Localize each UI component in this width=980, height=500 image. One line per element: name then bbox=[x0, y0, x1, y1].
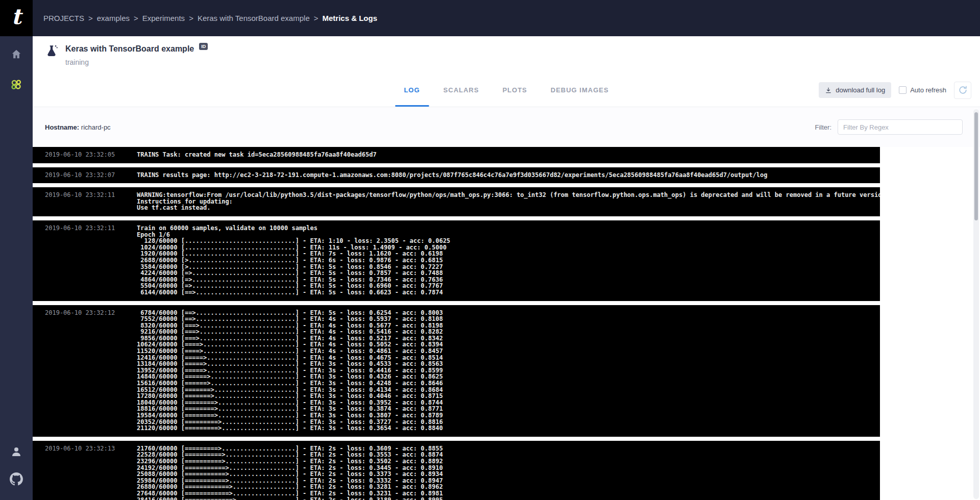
experiment-title: Keras with TensorBoard example bbox=[65, 44, 194, 54]
tabs: LOG SCALARS PLOTS DEBUG IMAGES bbox=[404, 73, 608, 107]
log-text: 6784/60000 [==>.........................… bbox=[137, 305, 880, 437]
profile-icon[interactable] bbox=[9, 444, 24, 459]
experiment-flask-icon bbox=[45, 44, 58, 60]
log-timestamp: 2019-06-10 23:32:11 bbox=[33, 187, 137, 216]
log-text: Train on 60000 samples, validate on 1000… bbox=[137, 220, 880, 301]
github-icon[interactable] bbox=[9, 471, 24, 487]
logo-letter: t bbox=[11, 6, 21, 31]
scrollbar-track[interactable] bbox=[973, 109, 979, 499]
tabs-row: LOG SCALARS PLOTS DEBUG IMAGES download … bbox=[33, 73, 980, 107]
github-icon-glyph bbox=[10, 472, 23, 486]
experiment-id-badge[interactable]: ID bbox=[199, 43, 208, 50]
top-bar: PROJECTS > examples > Experiments > Kera… bbox=[33, 0, 980, 36]
auto-refresh-control: Auto refresh bbox=[899, 86, 946, 94]
log-text: TRAINS Task: created new task id=5eca285… bbox=[137, 147, 880, 163]
breadcrumb-separator: > bbox=[88, 14, 93, 22]
main-content: Keras with TensorBoard example ID traini… bbox=[33, 36, 980, 500]
log-text: TRAINS results page: http://ec2-3-218-72… bbox=[137, 167, 880, 184]
home-icon[interactable] bbox=[9, 46, 24, 62]
breadcrumb-examples[interactable]: examples bbox=[97, 14, 130, 22]
profile-icon-glyph bbox=[10, 445, 22, 458]
trains-brain-glyph bbox=[10, 78, 23, 91]
hostname-value: richard-pc bbox=[81, 123, 111, 131]
log-timestamp: 2019-06-10 23:32:05 bbox=[33, 147, 137, 163]
log-text: 21760/60000 [=========>.................… bbox=[137, 441, 880, 500]
tab-scalars[interactable]: SCALARS bbox=[444, 73, 479, 107]
log-timestamp: 2019-06-10 23:32:07 bbox=[33, 167, 137, 184]
experiment-status: training bbox=[65, 58, 208, 66]
filter-label: Filter: bbox=[815, 123, 832, 131]
home-icon-glyph bbox=[11, 48, 22, 60]
log-row: 2019-06-10 23:32:12 6784/60000 [==>.....… bbox=[33, 305, 880, 437]
auto-refresh-label: Auto refresh bbox=[910, 86, 946, 94]
log-row: 2019-06-10 23:32:05 TRAINS Task: created… bbox=[33, 147, 880, 163]
tab-log[interactable]: LOG bbox=[404, 73, 420, 107]
log-timestamp: 2019-06-10 23:32:11 bbox=[33, 220, 137, 301]
sidebar-bottom bbox=[9, 444, 24, 487]
log-row: 2019-06-10 23:32:07 TRAINS results page:… bbox=[33, 167, 880, 184]
breadcrumb-projects[interactable]: PROJECTS bbox=[43, 14, 84, 22]
refresh-icon bbox=[958, 85, 968, 95]
experiment-titles: Keras with TensorBoard example ID traini… bbox=[65, 44, 208, 73]
filter-group: Filter: bbox=[815, 119, 963, 135]
breadcrumb-separator: > bbox=[189, 14, 193, 22]
hostname-label: Hostname: bbox=[45, 123, 79, 131]
log-row: 2019-06-10 23:32:13 21760/60000 [=======… bbox=[33, 441, 880, 500]
log-controls: download full log Auto refresh bbox=[819, 73, 971, 107]
log-row: 2019-06-10 23:32:11 WARNING:tensorflow:F… bbox=[33, 187, 880, 216]
breadcrumb-separator: > bbox=[314, 14, 318, 22]
log-console[interactable]: 2019-06-10 23:32:05 TRAINS Task: created… bbox=[33, 147, 880, 500]
breadcrumb-separator: > bbox=[134, 14, 138, 22]
tab-debug-images[interactable]: DEBUG IMAGES bbox=[551, 73, 609, 107]
log-info-row: Hostname: richard-pc Filter: bbox=[33, 107, 980, 147]
app-logo[interactable]: t bbox=[0, 0, 33, 36]
breadcrumb-experiments[interactable]: Experiments bbox=[142, 14, 185, 22]
experiment-header: Keras with TensorBoard example ID traini… bbox=[33, 36, 980, 73]
scrollbar-thumb[interactable] bbox=[974, 112, 978, 220]
breadcrumb: PROJECTS > examples > Experiments > Kera… bbox=[43, 14, 377, 22]
filter-regex-input[interactable] bbox=[838, 119, 963, 135]
refresh-button[interactable] bbox=[954, 82, 971, 99]
download-full-log-label: download full log bbox=[836, 86, 885, 94]
trains-brain-icon[interactable] bbox=[9, 77, 24, 92]
tab-plots[interactable]: PLOTS bbox=[502, 73, 527, 107]
hostname: Hostname: richard-pc bbox=[45, 123, 111, 131]
log-timestamp: 2019-06-10 23:32:12 bbox=[33, 305, 137, 437]
log-timestamp: 2019-06-10 23:32:13 bbox=[33, 441, 137, 500]
download-icon bbox=[825, 87, 832, 94]
sidebar bbox=[0, 36, 33, 500]
log-row: 2019-06-10 23:32:11 Train on 60000 sampl… bbox=[33, 220, 880, 301]
breadcrumb-experiment-name[interactable]: Keras with TensorBoard example bbox=[198, 14, 310, 22]
breadcrumb-current: Metrics & Logs bbox=[323, 14, 378, 22]
log-text: WARNING:tensorflow:From /usr/local/lib/p… bbox=[137, 187, 880, 216]
download-full-log-button[interactable]: download full log bbox=[819, 82, 891, 98]
auto-refresh-checkbox[interactable] bbox=[899, 86, 906, 94]
